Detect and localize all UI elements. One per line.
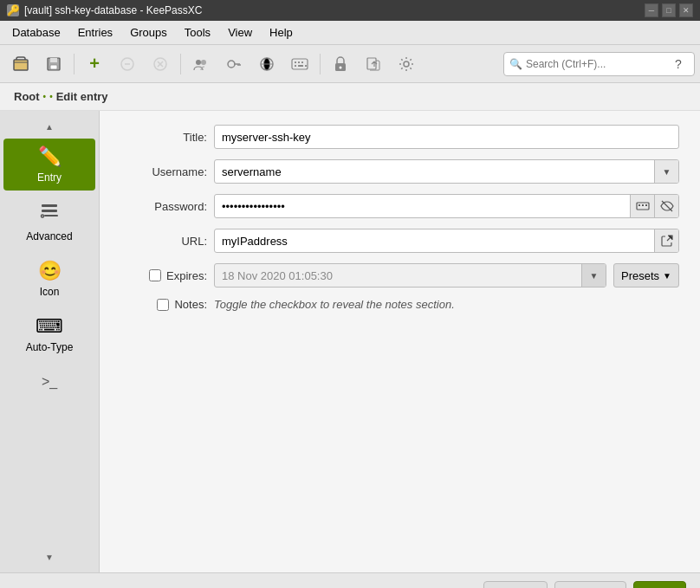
notes-label: Notes:	[174, 298, 207, 311]
sidebar-item-icon[interactable]: 😊 Icon	[3, 253, 95, 305]
export-button[interactable]	[358, 48, 389, 80]
edit-entry-button[interactable]	[112, 48, 143, 80]
sidebar-item-entry[interactable]: ✏️ Entry	[3, 139, 95, 191]
bottom-bar: Apply Cancel OK	[0, 572, 700, 588]
sidebar-scroll-up[interactable]: ▲	[3, 118, 95, 135]
svg-rect-34	[645, 204, 647, 206]
add-entry-button[interactable]: +	[79, 48, 110, 80]
settings-button[interactable]	[391, 48, 422, 80]
entry-icon: ✏️	[38, 145, 62, 168]
breadcrumb-dot2: •	[49, 92, 53, 101]
svg-rect-3	[50, 65, 57, 69]
sidebar-item-autotype[interactable]: ⌨ Auto-Type	[3, 308, 95, 360]
form-area: Title: Username: ▼ Password:	[100, 111, 700, 572]
apply-button[interactable]: Apply	[483, 581, 548, 589]
title-row: Title:	[120, 125, 679, 149]
svg-rect-15	[292, 59, 308, 69]
password-row: Password:	[120, 194, 679, 218]
maximize-button[interactable]: □	[662, 3, 676, 17]
expires-checkbox[interactable]	[149, 269, 161, 281]
app-icon: 🔑	[7, 4, 19, 16]
expires-label: Expires:	[166, 269, 207, 282]
password-label: Password:	[120, 200, 207, 213]
expires-wrapper: ▼ Presets ▼	[214, 263, 679, 288]
menu-tools[interactable]: Tools	[176, 23, 219, 42]
svg-rect-32	[638, 204, 640, 206]
svg-rect-16	[295, 61, 296, 63]
globe-button[interactable]	[251, 48, 282, 80]
breadcrumb-current: Edit entry	[56, 90, 108, 103]
svg-rect-18	[301, 61, 303, 63]
svg-point-10	[201, 60, 206, 65]
expires-calendar-button[interactable]: ▼	[581, 263, 606, 288]
open-url-button[interactable]	[654, 229, 678, 253]
svg-rect-20	[298, 65, 303, 67]
svg-rect-0	[14, 60, 28, 70]
breadcrumb-dot1: •	[43, 92, 47, 101]
svg-text:>_: >_	[42, 374, 58, 390]
expires-date-wrapper: ▼	[214, 263, 606, 288]
sidebar-autotype-label: Auto-Type	[26, 341, 74, 353]
sidebar-item-advanced[interactable]: Advanced	[3, 194, 95, 249]
toolbar-separator-3	[320, 54, 321, 74]
open-database-button[interactable]	[5, 48, 36, 80]
sidebar-entry-label: Entry	[37, 171, 62, 184]
help-icon[interactable]: ?	[668, 52, 689, 76]
search-icon: 🔍	[509, 58, 522, 70]
presets-arrow-icon: ▼	[663, 271, 671, 281]
username-dropdown-button[interactable]: ▼	[654, 159, 678, 184]
title-input[interactable]	[214, 125, 679, 149]
username-row: Username: ▼	[120, 159, 679, 184]
menu-database[interactable]: Database	[3, 23, 69, 42]
notes-row: Notes: Toggle the checkbox to reveal the…	[120, 298, 679, 311]
sidebar-scroll-down[interactable]: ▼	[3, 548, 95, 565]
ok-button[interactable]: OK	[633, 581, 687, 589]
svg-rect-19	[295, 65, 296, 67]
toolbar-separator-2	[180, 54, 181, 74]
svg-rect-17	[298, 61, 300, 63]
menu-groups[interactable]: Groups	[121, 23, 176, 42]
advanced-icon	[39, 201, 60, 227]
svg-rect-26	[42, 204, 57, 207]
password-input[interactable]	[215, 195, 630, 217]
presets-button[interactable]: Presets ▼	[613, 263, 679, 288]
sidebar-item-more[interactable]: >_	[3, 364, 95, 404]
url-input[interactable]	[215, 229, 654, 252]
notes-hint: Toggle the checkbox to reveal the notes …	[214, 298, 455, 311]
svg-point-23	[340, 66, 342, 68]
password-wrapper	[214, 194, 679, 218]
expires-row: Expires: ▼ Presets ▼	[120, 263, 679, 288]
delete-entry-button[interactable]	[145, 48, 176, 80]
sidebar-icon-label: Icon	[40, 286, 60, 298]
expires-date-input[interactable]	[215, 264, 581, 287]
notes-checkbox[interactable]	[157, 299, 169, 311]
menubar: Database Entries Groups Tools View Help	[0, 21, 700, 45]
menu-entries[interactable]: Entries	[69, 23, 121, 42]
menu-view[interactable]: View	[219, 23, 261, 42]
key-button[interactable]	[218, 48, 250, 80]
username-input[interactable]	[215, 160, 654, 183]
breadcrumb-root: Root	[14, 90, 40, 103]
presets-label: Presets	[621, 269, 659, 282]
window-controls: ─ □ ✕	[645, 3, 693, 17]
generate-password-button[interactable]	[630, 194, 654, 218]
more-icon: >_	[39, 371, 60, 397]
show-password-button[interactable]	[654, 194, 678, 218]
keyboard-button[interactable]	[284, 48, 315, 80]
minimize-button[interactable]: ─	[645, 3, 658, 17]
url-wrapper	[214, 229, 679, 253]
sidebar: ▲ ✏️ Entry Advanced 😊 Icon ⌨ Auto-Type >…	[0, 111, 100, 572]
menu-help[interactable]: Help	[261, 23, 301, 42]
save-database-button[interactable]	[38, 48, 69, 80]
search-input[interactable]	[526, 58, 664, 70]
svg-point-11	[228, 61, 235, 68]
lock-button[interactable]	[325, 48, 356, 80]
titlebar: 🔑 [vault] ssh-key-database - KeePassXC ─…	[0, 0, 700, 21]
clone-entry-button[interactable]	[185, 48, 217, 80]
close-button[interactable]: ✕	[679, 3, 693, 17]
icon-icon: 😊	[38, 260, 62, 282]
toolbar-separator-1	[74, 54, 75, 74]
username-label: Username:	[120, 165, 207, 178]
svg-point-9	[196, 60, 201, 65]
cancel-button[interactable]: Cancel	[554, 581, 625, 589]
